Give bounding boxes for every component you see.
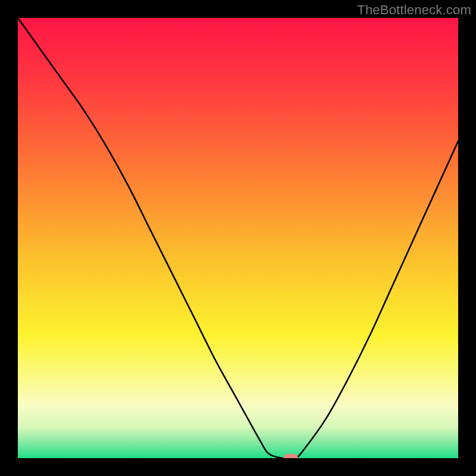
- plot-area: [18, 18, 458, 458]
- gradient-background: [18, 18, 458, 458]
- watermark-label: TheBottleneck.com: [357, 2, 471, 18]
- chart-svg: [18, 18, 458, 458]
- optimal-marker: [284, 454, 298, 458]
- chart-frame: TheBottleneck.com: [0, 0, 476, 476]
